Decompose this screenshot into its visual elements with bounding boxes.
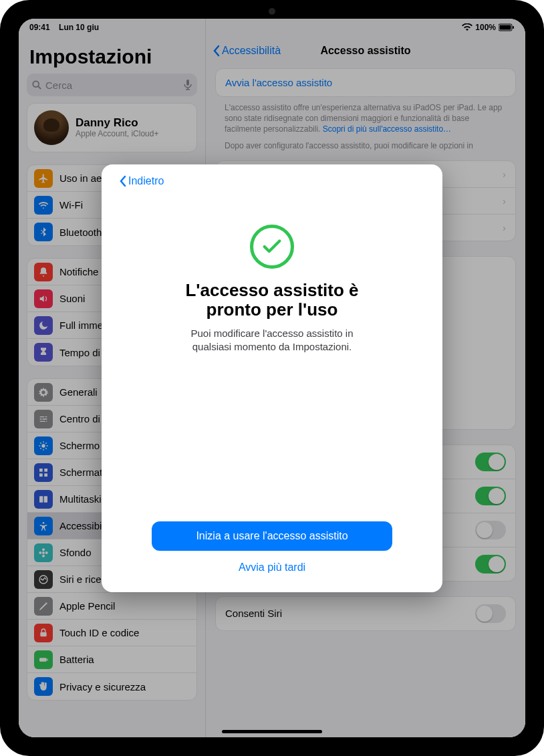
chevron-left-icon — [119, 175, 127, 187]
modal-back-button[interactable]: Indietro — [119, 175, 164, 187]
modal-title: L'accesso assistito è pronto per l'uso — [158, 281, 386, 321]
modal-subtitle: Puoi modificare l'accesso assistito in q… — [172, 327, 372, 353]
ready-modal: Indietro L'accesso assistito è pronto pe… — [102, 164, 442, 592]
start-now-button[interactable]: Inizia a usare l'accesso assistito — [152, 521, 392, 551]
checkmark-icon — [250, 225, 294, 269]
start-later-button[interactable]: Avvia più tardi — [119, 555, 425, 580]
front-camera — [269, 8, 275, 15]
